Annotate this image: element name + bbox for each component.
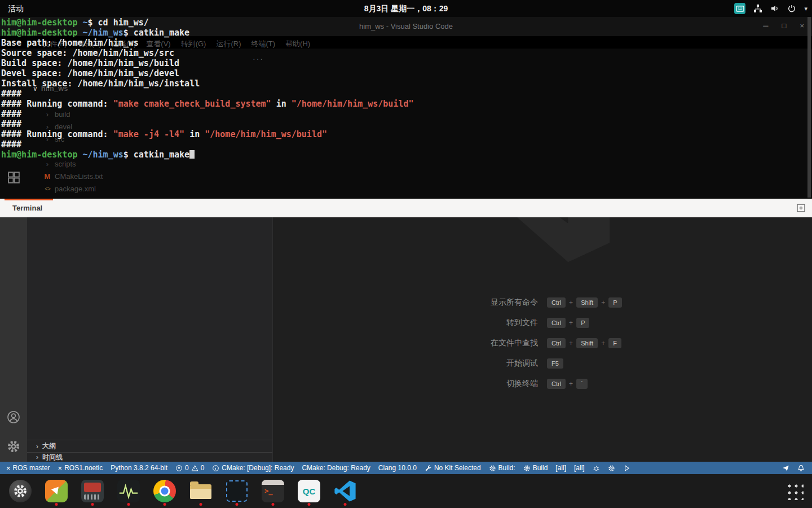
- gear-icon: [489, 465, 496, 472]
- statusbar-item-text: 0: [201, 464, 205, 472]
- shortcut-label: 显示所有命令: [363, 297, 538, 308]
- dock-files[interactable]: [187, 475, 214, 507]
- error-icon: [175, 465, 183, 472]
- key-chip: Shift: [576, 297, 598, 308]
- terminal-line: him@him-desktop ~/him_ws$ catkin_make: [1, 28, 414, 38]
- settings-gear-icon[interactable]: [7, 440, 20, 453]
- explorer-item[interactable]: ›scripts: [44, 159, 76, 169]
- statusbar-item-text: Clang 10.0.0: [378, 464, 417, 472]
- clock[interactable]: 8月3日 星期一，08：29: [0, 0, 812, 17]
- key-chip: Ctrl: [547, 318, 566, 328]
- statusbar-item[interactable]: [778, 462, 793, 474]
- terminal-text: him@him-desktop: [1, 28, 77, 38]
- statusbar-item[interactable]: Build: [519, 462, 552, 474]
- dock-settings[interactable]: [7, 475, 34, 507]
- statusbar-item[interactable]: [all]: [570, 462, 589, 474]
- account-icon[interactable]: [7, 410, 20, 424]
- statusbar-item[interactable]: CMake: Debug: Ready: [298, 462, 374, 474]
- terminal-tab[interactable]: Terminal: [12, 199, 42, 217]
- editor-welcome-area: 显示所有命令Ctrl+Shift+P转到文件Ctrl+P在文件中查找Ctrl+S…: [273, 217, 812, 462]
- running-indicator: [164, 503, 166, 506]
- statusbar-item[interactable]: 00: [171, 462, 208, 474]
- xml-icon: <>: [44, 186, 51, 192]
- chevron-down-icon[interactable]: ▾: [804, 5, 807, 12]
- plus-separator: +: [569, 319, 573, 327]
- running-indicator: [308, 503, 311, 506]
- terminal-tab-bar: Terminal: [0, 199, 812, 217]
- dock-terminal[interactable]: >_: [259, 475, 286, 507]
- terminal-text: ~: [83, 17, 88, 28]
- statusbar-item-text: [all]: [574, 464, 585, 472]
- maximize-icon[interactable]: □: [782, 21, 787, 30]
- explorer-item[interactable]: <>package.xml: [44, 183, 96, 194]
- statusbar-item-text: CMake: Debug: Ready: [302, 464, 370, 472]
- x-icon: ×: [6, 465, 11, 472]
- dock-chrome[interactable]: [151, 475, 178, 507]
- dock-vscode[interactable]: [332, 475, 359, 507]
- dropdown-terminal[interactable]: him_ws - Visual Studio Code ─ □ × 文件(F)编…: [0, 17, 812, 199]
- dock-select[interactable]: [223, 475, 250, 507]
- terminal-line: ####: [1, 139, 414, 150]
- explorer-item[interactable]: MCMakeLists.txt: [44, 171, 103, 181]
- dock-scope[interactable]: [115, 475, 142, 507]
- statusbar-item[interactable]: [793, 462, 809, 474]
- statusbar-item[interactable]: CMake: [Debug]: Ready: [208, 462, 298, 474]
- plus-separator: +: [601, 299, 605, 306]
- plus-separator: +: [569, 380, 573, 388]
- system-tray: ▾: [734, 0, 807, 17]
- running-indicator: [236, 503, 239, 506]
- volume-icon[interactable]: [770, 4, 779, 13]
- shortcut-row: 切换终端Ctrl+`: [273, 374, 812, 394]
- terminal-line: Build space: /home/him/him_ws/build: [1, 58, 414, 68]
- terminal-text: ####: [1, 139, 21, 150]
- waveform-icon: [117, 480, 140, 502]
- terminal-text: him@him-desktop: [1, 150, 77, 160]
- terminal-text: "make cmake_check_build_system": [113, 99, 271, 109]
- desktop: 活动 8月3日 星期一，08：29 ▾ him_ws - Visual Stud…: [0, 0, 812, 508]
- statusbar-item[interactable]: [604, 462, 619, 474]
- shortcut-row: 显示所有命令Ctrl+Shift+P: [273, 292, 812, 313]
- terminal-text: ~/him_ws: [83, 28, 123, 38]
- dock-software[interactable]: [43, 475, 70, 507]
- welcome-shortcuts: 显示所有命令Ctrl+Shift+P转到文件Ctrl+P在文件中查找Ctrl+S…: [273, 292, 812, 394]
- close-icon[interactable]: ×: [800, 21, 804, 30]
- statusbar-left: ×ROS master×ROS1.noeticPython 3.8.2 64-b…: [0, 462, 634, 474]
- statusbar-item[interactable]: ×ROS1.noetic: [54, 462, 107, 474]
- terminal-text: ~/him_ws: [83, 150, 123, 160]
- screenshot-select-icon: [226, 480, 248, 502]
- explorer-item-label: package.xml: [55, 185, 96, 193]
- show-applications-button[interactable]: [784, 480, 805, 502]
- statusbar-item[interactable]: No Kit Selected: [421, 462, 485, 474]
- gear-icon: [608, 465, 615, 472]
- minimize-icon[interactable]: ─: [763, 21, 768, 30]
- dock-qgc[interactable]: QC: [295, 475, 323, 507]
- explorer-sidebar: › 大纲 › 时间线: [27, 217, 273, 462]
- terminal-text: him@him-desktop: [1, 17, 77, 28]
- dock-boxes[interactable]: [79, 475, 106, 507]
- terminal-output[interactable]: him@him-desktop ~$ cd him_ws/him@him-des…: [1, 17, 414, 160]
- statusbar-item[interactable]: [589, 462, 604, 474]
- new-tab-icon[interactable]: [796, 203, 806, 213]
- terminal-line: Base path: /home/him/him_ws: [1, 38, 414, 48]
- extensions-icon[interactable]: [7, 170, 21, 185]
- power-icon[interactable]: [787, 4, 796, 13]
- network-icon[interactable]: [753, 4, 762, 13]
- key-chip: Shift: [576, 338, 598, 348]
- shortcut-label: 切换终端: [363, 379, 538, 389]
- red-console-icon: [81, 480, 104, 502]
- statusbar-item-text: CMake: [Debug]: Ready: [222, 464, 294, 472]
- timeline-section[interactable]: › 时间线: [27, 452, 272, 462]
- terminal-scrollbar[interactable]: [807, 17, 811, 198]
- shortcut-label: 转到文件: [363, 318, 538, 328]
- statusbar-item[interactable]: Python 3.8.2 64-bit: [107, 462, 171, 474]
- statusbar-item[interactable]: [619, 462, 634, 474]
- gear-icon: [523, 465, 531, 472]
- statusbar-item[interactable]: ×ROS master: [2, 462, 54, 474]
- statusbar-item[interactable]: Build:: [485, 462, 519, 474]
- outline-section[interactable]: › 大纲: [27, 440, 272, 452]
- statusbar-item[interactable]: [all]: [551, 462, 570, 474]
- statusbar-item[interactable]: Clang 10.0.0: [374, 462, 421, 474]
- terminal-line: Source space: /home/him/him_ws/src: [1, 48, 414, 58]
- info-icon: [212, 465, 219, 472]
- input-method-icon[interactable]: [734, 3, 745, 14]
